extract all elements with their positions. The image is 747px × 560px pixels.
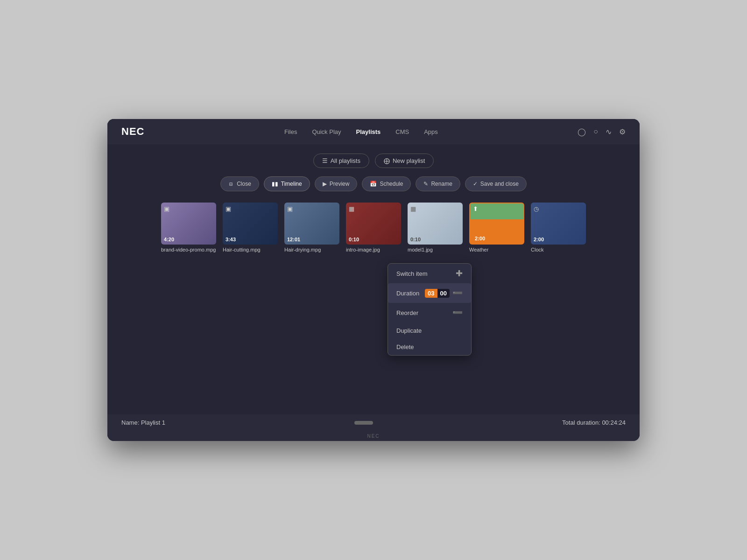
rename-button[interactable]: ✎ Rename <box>416 176 460 191</box>
top-toolbar: ☰ All playlists ⨁ New playlist <box>313 154 434 168</box>
timeline-button[interactable]: ▮▮ Timeline <box>264 176 310 191</box>
main-content: ☰ All playlists ⨁ New playlist ⦻ Close ▮… <box>107 144 640 431</box>
status-bar: Name: Playlist 1 Total duration: 00:24:2… <box>107 414 640 431</box>
close-button[interactable]: ⦻ Close <box>220 176 259 191</box>
total-duration: Total duration: 00:24:24 <box>562 419 626 426</box>
brand-logo: NEC <box>121 126 144 138</box>
all-playlists-button[interactable]: ☰ All playlists <box>313 154 369 168</box>
item-label-2: Hair-cutting.mpg <box>223 247 261 252</box>
duplicate-label: Duplicate <box>396 327 422 334</box>
item-label-5: model1.jpg <box>408 247 433 252</box>
save-and-close-button[interactable]: ✓ Save and close <box>465 176 527 191</box>
item-thumb-2: ▣ 3:43 <box>223 203 278 245</box>
duration-controls: 03 00 ➖ <box>425 288 463 298</box>
reorder-minus-icon[interactable]: ➖ <box>452 308 463 318</box>
nav-link-playlists[interactable]: Playlists <box>356 128 381 135</box>
playlist-item-3[interactable]: ▣ 12:01 Hair-drying.mpg <box>284 203 339 252</box>
playlist-item-7[interactable]: ◷ 2:00 Clock <box>531 203 586 252</box>
playlist-name: Name: Playlist 1 <box>121 419 165 426</box>
context-duplicate[interactable]: Duplicate <box>388 322 471 339</box>
item-thumb-7: ◷ 2:00 <box>531 203 586 245</box>
close-icon: ⦻ <box>228 181 234 187</box>
check-icon: ✓ <box>473 181 478 187</box>
item-thumb-3: ▣ 12:01 <box>284 203 339 245</box>
playlist-item-6[interactable]: ⬆ 2:00 Weather <box>469 203 524 252</box>
playlist-row: ▣ 4:20 brand-video-promo.mpg ▣ 3:43 Hair… <box>121 203 626 252</box>
schedule-icon: 📅 <box>370 181 377 187</box>
context-menu: Switch item ✚ Duration 03 00 ➖ <box>388 263 472 356</box>
item-label-3: Hair-drying.mpg <box>284 247 321 252</box>
duration-badge-6: 2:00 <box>473 236 487 241</box>
nav-icons: ◯ ○ ∿ ⚙ <box>578 127 626 136</box>
duration-badge-7: 2:00 <box>534 237 544 242</box>
nav-link-cms[interactable]: CMS <box>395 128 409 135</box>
nav-link-apps[interactable]: Apps <box>424 128 438 135</box>
list-icon: ☰ <box>322 157 328 164</box>
duration-badge-3: 12:01 <box>287 237 300 242</box>
duration-minutes: 00 <box>437 289 450 298</box>
video-icon-2: ▣ <box>226 205 231 212</box>
switch-item-plus-icon[interactable]: ✚ <box>456 268 463 279</box>
nav-link-quickplay[interactable]: Quick Play <box>312 128 341 135</box>
duration-hours: 03 <box>425 289 437 298</box>
switch-item-label: Switch item <box>396 270 427 277</box>
item-thumb-6: ⬆ 2:00 <box>469 203 524 245</box>
wifi-icon[interactable]: ∿ <box>606 127 612 136</box>
settings-icon[interactable]: ⚙ <box>619 127 626 136</box>
item-label-4: intro-image.jpg <box>346 247 380 252</box>
playlist-item-5[interactable]: ▦ 0:10 model1.jpg <box>408 203 463 252</box>
tv-bottom-brand: NEC <box>367 434 380 439</box>
playlist-item-1[interactable]: ▣ 4:20 brand-video-promo.mpg <box>161 203 216 252</box>
delete-label: Delete <box>396 343 414 350</box>
context-duration[interactable]: Duration 03 00 ➖ <box>388 283 471 303</box>
duration-minus-icon[interactable]: ➖ <box>452 288 463 298</box>
duration-label: Duration <box>396 290 419 297</box>
reorder-label: Reorder <box>396 309 418 316</box>
context-switch-item[interactable]: Switch item ✚ <box>388 264 471 283</box>
nav-link-files[interactable]: Files <box>284 128 297 135</box>
preview-button[interactable]: ▶ Preview <box>315 176 358 191</box>
duration-badge-5: 0:10 <box>410 237 421 242</box>
duration-badge-1: 4:20 <box>164 237 174 242</box>
scroll-pill <box>354 421 373 425</box>
playlist-item-2[interactable]: ▣ 3:43 Hair-cutting.mpg <box>223 203 278 252</box>
nav-bar: NEC Files Quick Play Playlists CMS Apps … <box>107 119 640 144</box>
item-label-7: Clock <box>531 247 544 252</box>
video-icon-3: ▣ <box>287 205 293 212</box>
schedule-button[interactable]: 📅 Schedule <box>362 176 411 191</box>
new-playlist-button[interactable]: ⨁ New playlist <box>375 154 434 168</box>
item-label-6: Weather <box>469 247 488 252</box>
action-bar: ⦻ Close ▮▮ Timeline ▶ Preview 📅 Schedule… <box>220 176 527 191</box>
duration-value-group: 03 00 <box>425 289 450 298</box>
context-reorder[interactable]: Reorder ➖ <box>388 303 471 322</box>
item-thumb-5: ▦ 0:10 <box>408 203 463 245</box>
context-delete[interactable]: Delete <box>388 339 471 355</box>
scrollbar[interactable] <box>354 421 373 425</box>
video-icon-1: ▣ <box>164 205 169 212</box>
item-thumb-4: ▦ 0:10 <box>346 203 401 245</box>
plus-circle-icon: ⨁ <box>384 157 390 164</box>
nav-links: Files Quick Play Playlists CMS Apps <box>284 128 438 135</box>
image-icon-5: ▦ <box>410 205 416 212</box>
play-icon: ▶ <box>323 181 327 187</box>
playlist-item-4[interactable]: ▦ 0:10 intro-image.jpg <box>346 203 401 252</box>
globe-icon[interactable]: ○ <box>593 127 598 136</box>
tv-screen: NEC Files Quick Play Playlists CMS Apps … <box>107 119 640 431</box>
rename-icon: ✎ <box>423 181 428 187</box>
item-thumb-1: ▣ 4:20 <box>161 203 216 245</box>
user-icon[interactable]: ◯ <box>578 127 586 136</box>
item-label-1: brand-video-promo.mpg <box>161 247 216 252</box>
tv-bottom-bar: NEC <box>107 431 640 441</box>
image-icon-4: ▦ <box>349 205 354 212</box>
tv-display: NEC Files Quick Play Playlists CMS Apps … <box>107 119 640 441</box>
duration-badge-4: 0:10 <box>349 237 359 242</box>
duration-badge-2: 3:43 <box>226 237 236 242</box>
up-icon-6: ⬆ <box>473 205 478 212</box>
timeline-icon: ▮▮ <box>272 181 278 187</box>
clock-icon-7: ◷ <box>534 205 539 212</box>
